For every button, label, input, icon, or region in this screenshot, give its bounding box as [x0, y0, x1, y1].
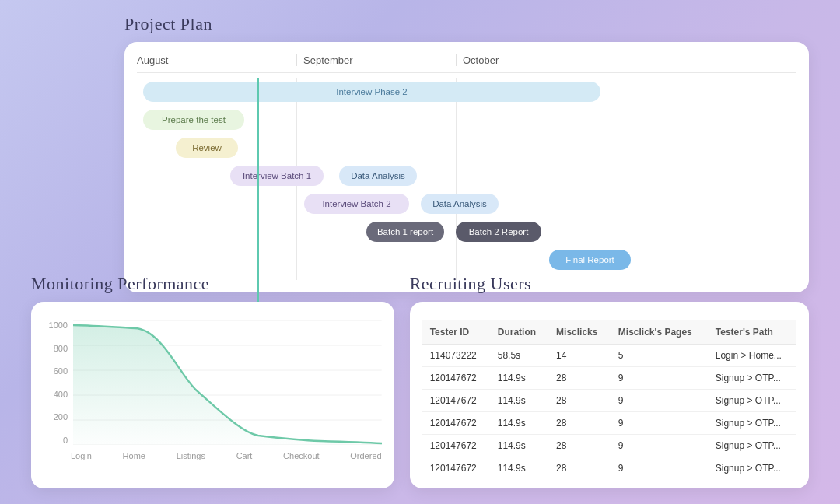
table-body: 114073222 58.5s 14 5 Login > Home... 120… [422, 345, 796, 480]
cell-duration: 114.9s [490, 435, 548, 457]
cell-pages: 9 [611, 367, 708, 390]
chip-review[interactable]: Review [176, 138, 238, 158]
y-label-800: 800 [54, 344, 68, 353]
cell-tester-id: 114073222 [422, 345, 490, 367]
cell-tester-id: 120147672 [422, 390, 490, 412]
cell-path: Login > Home... [708, 345, 796, 367]
chip-batch2-report[interactable]: Batch 2 Report [456, 222, 541, 242]
gantt-row-1: Interview Phase 2 [137, 78, 796, 106]
chart-x-labels: Login Home Listings Cart Checkout Ordere… [71, 451, 382, 460]
cell-duration: 58.5s [490, 345, 548, 367]
table-row[interactable]: 120147672 114.9s 28 9 Signup > OTP... [422, 457, 796, 480]
table-row[interactable]: 120147672 114.9s 28 9 Signup > OTP... [422, 390, 796, 412]
table-row[interactable]: 120147672 114.9s 28 9 Signup > OTP... [422, 367, 796, 390]
recruiting-table: Tester ID Duration Misclicks Misclick's … [422, 320, 796, 479]
cell-path: Signup > OTP... [708, 435, 796, 457]
month-august: August [137, 54, 296, 66]
cell-duration: 114.9s [490, 457, 548, 480]
chip-batch1[interactable]: Interview Batch 1 [230, 166, 324, 186]
chip-data-analysis-2[interactable]: Data Analysis [421, 194, 499, 214]
cell-misclicks: 28 [548, 412, 611, 435]
chart-svg [73, 320, 382, 445]
project-plan-section: Project Plan August September October To… [124, 14, 809, 292]
x-label-listings: Listings [177, 451, 205, 460]
cell-duration: 114.9s [490, 390, 548, 412]
today-line [257, 78, 259, 302]
chip-final-report[interactable]: Final Report [549, 250, 631, 270]
x-label-checkout: Checkout [283, 451, 319, 460]
table-header: Tester ID Duration Misclicks Misclick's … [422, 320, 796, 345]
col-misclicks: Misclicks [548, 320, 611, 345]
chip-data-analysis-1[interactable]: Data Analysis [339, 166, 417, 186]
x-label-home: Home [123, 451, 145, 460]
cell-misclicks: 28 [548, 457, 611, 480]
chart-y-labels: 1000 800 600 400 200 0 [44, 320, 71, 445]
chip-batch2[interactable]: Interview Batch 2 [304, 194, 409, 214]
gantt-body: Today Interview Phase 2 Prepare the test… [137, 78, 796, 280]
month-september: September [296, 54, 456, 66]
gantt-row-4: Interview Batch 1 Data Analysis [137, 162, 796, 190]
col-misclick-pages: Misclick's Pages [611, 320, 708, 345]
chip-prepare-test[interactable]: Prepare the test [143, 110, 244, 130]
col-duration: Duration [490, 320, 548, 345]
cell-tester-id: 120147672 [422, 367, 490, 390]
month-october: October [456, 54, 796, 66]
table-row[interactable]: 114073222 58.5s 14 5 Login > Home... [422, 345, 796, 367]
project-plan-title: Project Plan [124, 14, 809, 34]
gantt-row-5: Interview Batch 2 Data Analysis [137, 190, 796, 218]
col-tester-path: Tester's Path [708, 320, 796, 345]
recruiting-title: Recruiting Users [410, 274, 809, 294]
gantt-header: August September October [137, 54, 796, 73]
y-label-400: 400 [54, 390, 68, 399]
cell-tester-id: 120147672 [422, 457, 490, 480]
chip-batch1-report[interactable]: Batch 1 report [366, 222, 444, 242]
cell-path: Signup > OTP... [708, 367, 796, 390]
y-label-1000: 1000 [49, 320, 68, 330]
gantt-row-2: Prepare the test [137, 106, 796, 134]
bottom-sections: Monitoring Performance 1000 800 600 400 … [31, 274, 809, 488]
gantt-card: August September October Today Interview… [124, 42, 809, 292]
gantt-row-7: Final Report [137, 246, 796, 274]
cell-path: Signup > OTP... [708, 390, 796, 412]
x-label-cart: Cart [236, 451, 253, 460]
cell-misclicks: 28 [548, 367, 611, 390]
table-row[interactable]: 120147672 114.9s 28 9 Signup > OTP... [422, 435, 796, 457]
monitoring-title: Monitoring Performance [31, 274, 394, 294]
cell-tester-id: 120147672 [422, 435, 490, 457]
cell-pages: 5 [611, 345, 708, 367]
cell-path: Signup > OTP... [708, 412, 796, 435]
recruiting-card: Tester ID Duration Misclicks Misclick's … [410, 302, 809, 488]
monitoring-card: 1000 800 600 400 200 0 [31, 302, 394, 488]
x-label-ordered: Ordered [350, 451, 381, 460]
cell-misclicks: 28 [548, 435, 611, 457]
gantt-row-6: Batch 1 report Batch 2 Report [137, 218, 796, 246]
chip-interview-phase2[interactable]: Interview Phase 2 [143, 82, 600, 102]
header-row: Tester ID Duration Misclicks Misclick's … [422, 320, 796, 345]
cell-tester-id: 120147672 [422, 412, 490, 435]
y-label-600: 600 [54, 366, 68, 376]
cell-misclicks: 14 [548, 345, 611, 367]
y-label-0: 0 [63, 436, 68, 445]
table-container: Tester ID Duration Misclicks Misclick's … [422, 320, 796, 479]
cell-duration: 114.9s [490, 367, 548, 390]
monitoring-section: Monitoring Performance 1000 800 600 400 … [31, 274, 394, 488]
gantt-row-3: Review [137, 134, 796, 162]
cell-misclicks: 28 [548, 390, 611, 412]
recruiting-section: Recruiting Users Tester ID Duration Misc… [410, 274, 809, 488]
cell-pages: 9 [611, 435, 708, 457]
x-label-login: Login [71, 451, 92, 460]
cell-pages: 9 [611, 457, 708, 480]
y-label-200: 200 [54, 412, 68, 422]
cell-duration: 114.9s [490, 412, 548, 435]
cell-pages: 9 [611, 390, 708, 412]
col-tester-id: Tester ID [422, 320, 490, 345]
chart-area: 1000 800 600 400 200 0 [44, 320, 382, 460]
cell-path: Signup > OTP... [708, 457, 796, 480]
cell-pages: 9 [611, 412, 708, 435]
table-row[interactable]: 120147672 114.9s 28 9 Signup > OTP... [422, 412, 796, 435]
